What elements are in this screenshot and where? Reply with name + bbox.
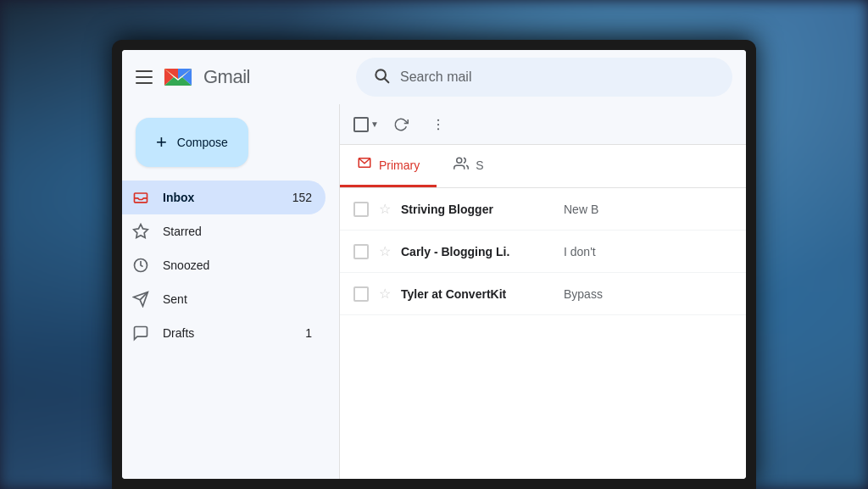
compose-button[interactable]: + Compose [136,118,248,167]
drafts-label: Drafts [163,326,292,340]
gmail-main: + Compose Inbox 152 [122,104,746,479]
tab-social[interactable]: S [437,145,500,187]
sidebar-item-inbox[interactable]: Inbox 152 [122,181,326,214]
sidebar: + Compose Inbox 152 [122,104,339,479]
sent-icon [132,291,149,308]
content-area: ▼ [339,104,746,479]
search-bar[interactable]: Search mail [356,58,732,97]
inbox-label: Inbox [163,191,279,204]
refresh-button[interactable] [386,109,416,140]
email-row[interactable]: ☆ Tyler at ConvertKit Bypass [340,273,746,315]
menu-button[interactable] [136,70,153,84]
snoozed-icon [132,257,149,274]
select-all-wrap[interactable]: ▼ [353,117,379,132]
svg-point-9 [437,128,439,130]
email-toolbar: ▼ [340,104,746,145]
select-all-checkbox[interactable] [353,117,369,132]
email-sender: Carly - Blogging Li. [401,245,554,258]
inbox-icon [132,189,149,206]
gmail-app: Gmail Search mail [122,50,746,479]
svg-point-11 [457,158,462,163]
email-sender: Tyler at ConvertKit [401,287,554,301]
search-placeholder: Search mail [400,69,471,85]
email-sender: Striving Blogger [401,203,554,216]
sent-label: Sent [163,292,312,306]
email-preview: Bypass [564,287,732,301]
laptop-screen: Gmail Search mail [122,50,746,479]
star-icon [132,223,149,240]
svg-line-1 [385,78,389,82]
compose-plus-icon: + [156,131,167,153]
more-options-button[interactable] [423,109,453,140]
email-list: ☆ Striving Blogger New B ☆ Carly - Blogg… [340,188,746,479]
starred-label: Starred [163,225,312,238]
compose-label: Compose [177,136,228,149]
primary-tab-label: Primary [379,158,420,172]
email-checkbox[interactable] [353,286,369,302]
svg-point-8 [437,123,439,125]
email-star-icon[interactable]: ☆ [379,243,391,259]
gmail-logo-section: Gmail [136,60,339,94]
select-dropdown-icon[interactable]: ▼ [370,119,379,129]
primary-tab-icon [357,155,372,175]
drafts-icon [132,325,149,342]
sidebar-item-starred[interactable]: Starred [122,214,326,248]
sidebar-item-sent[interactable]: Sent [122,282,326,316]
svg-point-7 [437,119,439,120]
email-star-icon[interactable]: ☆ [379,286,391,302]
drafts-badge: 1 [305,326,312,340]
email-row[interactable]: ☆ Carly - Blogging Li. I don't [340,231,746,273]
email-checkbox[interactable] [353,202,369,217]
inbox-tabs: Primary S [340,145,746,188]
social-tab-label: S [476,158,483,172]
sidebar-item-drafts[interactable]: Drafts 1 [122,316,326,350]
email-checkbox[interactable] [353,244,369,259]
sidebar-item-snoozed[interactable]: Snoozed [122,248,326,282]
snoozed-label: Snoozed [163,258,312,272]
laptop-frame: Gmail Search mail [112,40,756,489]
svg-marker-3 [134,225,148,238]
email-star-icon[interactable]: ☆ [379,201,391,217]
email-preview: New B [564,203,732,216]
email-row[interactable]: ☆ Striving Blogger New B [340,188,746,231]
social-tab-icon [453,156,469,175]
inbox-badge: 152 [292,191,312,204]
gmail-wordmark: Gmail [203,66,250,88]
gmail-header: Gmail Search mail [122,50,746,104]
email-preview: I don't [564,245,732,258]
search-icon [373,67,390,88]
gmail-logo-icon [161,60,195,94]
tab-primary[interactable]: Primary [340,145,437,187]
